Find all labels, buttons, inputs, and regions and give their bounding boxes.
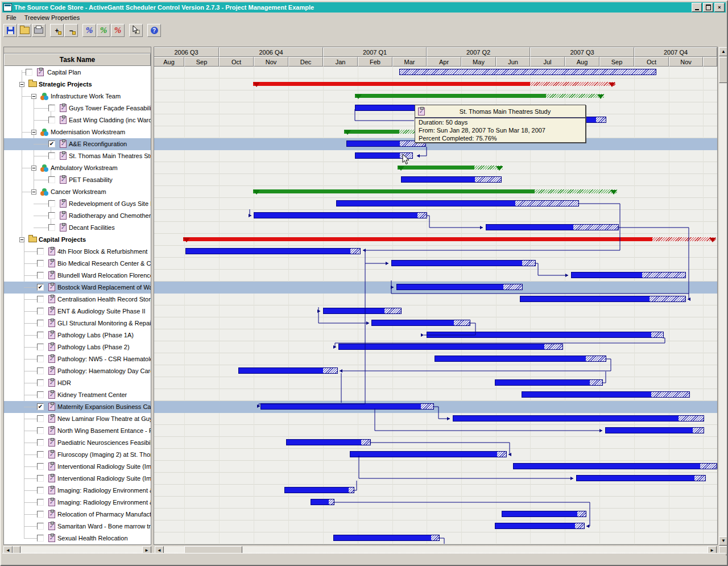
task-bar[interactable] [238, 367, 338, 374]
tree-row[interactable]: Fluroscopy (Imaging 2) at St. Thor [4, 449, 151, 461]
tree-row[interactable]: Capital Projects [4, 234, 151, 246]
timeline-quarter-cell[interactable]: 2006 Q3 [154, 47, 219, 57]
task-checkbox[interactable] [48, 105, 55, 111]
task-bar[interactable] [486, 224, 619, 230]
task-checkbox[interactable] [48, 200, 55, 207]
percent-red-button[interactable]: % [111, 24, 125, 37]
task-bar[interactable] [323, 308, 402, 314]
collapse-expander[interactable] [31, 130, 36, 135]
tree-row[interactable]: PET Feasability [4, 174, 151, 186]
task-bar[interactable] [576, 475, 706, 481]
zoom-out-button[interactable]: − [64, 24, 78, 37]
task-checkbox[interactable] [37, 499, 44, 506]
timeline-month-cell[interactable]: Aug [154, 57, 184, 67]
task-checkbox[interactable] [48, 152, 55, 159]
zoom-in-button[interactable]: + [50, 24, 64, 37]
timeline-quarter-cell[interactable]: 2007 Q2 [427, 47, 530, 57]
task-bar[interactable] [371, 320, 470, 326]
task-bar[interactable] [453, 415, 704, 422]
task-checkbox[interactable] [37, 272, 44, 279]
task-bar[interactable] [396, 284, 523, 290]
tree-row[interactable]: 4th Floor Block & Refurbishment [4, 246, 151, 258]
tree-row[interactable]: ENT & Audiology Suite Phase II [4, 305, 151, 317]
timeline-quarter-cell[interactable]: 2007 Q1 [323, 47, 427, 57]
tree-row[interactable]: Radiotherapy and Chemothera [4, 210, 151, 222]
task-checkbox[interactable] [37, 475, 44, 482]
task-checkbox[interactable] [37, 415, 44, 422]
task-checkbox[interactable] [37, 391, 44, 398]
task-checkbox[interactable] [37, 379, 44, 386]
tree-row[interactable]: Imaging: Radiology Environment & [4, 497, 151, 509]
task-checkbox[interactable] [37, 535, 44, 542]
save-button[interactable] [3, 24, 17, 37]
tree-row[interactable]: Kidney Treatment Center [4, 389, 151, 401]
tree-row[interactable]: New Laminar Flow Theatre at Guy' [4, 413, 151, 425]
task-checkbox[interactable] [37, 487, 44, 494]
task-bar[interactable] [311, 499, 334, 505]
timeline-month-cell[interactable]: Jul [530, 57, 565, 67]
timeline-month-cell[interactable]: Mar [392, 57, 427, 67]
timeline-month-cell[interactable]: Nov [669, 57, 703, 67]
tree-row[interactable]: Strategic Projects [4, 79, 151, 90]
tree-row[interactable]: North Wing Basement Entance - Ph [4, 425, 151, 437]
task-checkbox[interactable] [48, 212, 55, 219]
task-bar[interactable] [336, 200, 579, 206]
tree-row[interactable]: Blundell Ward Relocation Florence [4, 270, 151, 282]
task-bar[interactable] [346, 141, 426, 147]
tree-row[interactable]: Centralisation Health Record Stora [4, 294, 151, 305]
tree-row[interactable]: ✔Maternity Expansion Business Cas [4, 401, 151, 413]
task-bar[interactable] [401, 176, 502, 183]
task-checkbox[interactable] [37, 463, 44, 470]
close-button[interactable]: × [714, 3, 725, 12]
task-bar[interactable] [522, 391, 690, 398]
collapse-expander[interactable] [19, 237, 24, 242]
task-bar[interactable] [520, 296, 686, 302]
task-checkbox[interactable] [37, 248, 44, 255]
restore-button[interactable] [703, 3, 713, 12]
tree-row[interactable]: Infrastructure Work Team [4, 90, 151, 102]
task-checkbox[interactable] [37, 511, 44, 518]
task-checkbox[interactable] [48, 117, 55, 123]
tree-row[interactable]: Interventional Radiology Suite (Im [4, 461, 151, 473]
timeline-month-cell[interactable]: Apr [427, 57, 461, 67]
help-button[interactable]: ? [147, 24, 161, 37]
timeline-month-cell[interactable]: Feb [358, 57, 392, 67]
timeline-month-cell[interactable]: Oct [634, 57, 669, 67]
task-bar[interactable] [185, 248, 361, 254]
tree-row[interactable]: GLI Structural Monitoring & Repair [4, 317, 151, 329]
tree-row[interactable]: Samaritan Ward - Bone marrow tra [4, 520, 151, 532]
task-checkbox[interactable] [37, 344, 44, 350]
collapse-expander[interactable] [31, 94, 36, 99]
tree-row[interactable]: ✔Bostock Ward Replacement of Wal [4, 282, 151, 294]
task-name-column-header[interactable]: Task Name [4, 53, 151, 66]
chart-vscroll-up-button[interactable]: ▲ [719, 47, 728, 56]
timeline-month-cell[interactable]: Jan [323, 57, 358, 67]
task-checkbox[interactable] [37, 451, 44, 458]
open-button[interactable] [18, 24, 31, 37]
timeline-month-cell[interactable]: Sep [184, 57, 219, 67]
collapse-expander[interactable] [19, 82, 24, 87]
task-bar[interactable] [435, 356, 606, 362]
task-bar[interactable] [286, 439, 371, 445]
task-bar[interactable] [495, 523, 585, 529]
task-bar[interactable] [391, 260, 536, 266]
percent-green-button[interactable]: % [97, 24, 110, 37]
task-bar[interactable] [427, 332, 664, 338]
task-checkbox[interactable] [37, 296, 44, 303]
task-checkbox[interactable] [37, 356, 44, 362]
tree-row[interactable]: Sexual Health Relocation [4, 532, 151, 544]
task-checkbox[interactable] [37, 367, 44, 374]
select-mode-button[interactable] [129, 24, 143, 37]
task-bar[interactable] [605, 427, 704, 433]
tree-row[interactable]: St. Thomas Main Theatres Stu [4, 150, 151, 162]
task-checkbox[interactable] [37, 439, 44, 446]
task-checkbox[interactable]: ✔ [48, 141, 55, 147]
tree-row[interactable]: Guys Tower Façade Feasabilit [4, 102, 151, 114]
menu-treeview-properties[interactable]: Treeview Properties [20, 13, 84, 22]
task-bar[interactable] [513, 463, 717, 469]
summary-bar[interactable] [398, 166, 503, 170]
task-bar[interactable] [350, 451, 507, 457]
task-checkbox[interactable]: ✔ [37, 284, 44, 291]
tree-row[interactable]: ✔A&E Reconfiguration [4, 138, 151, 150]
tree-row[interactable]: Pathology Labs (Phase 1A) [4, 329, 151, 341]
